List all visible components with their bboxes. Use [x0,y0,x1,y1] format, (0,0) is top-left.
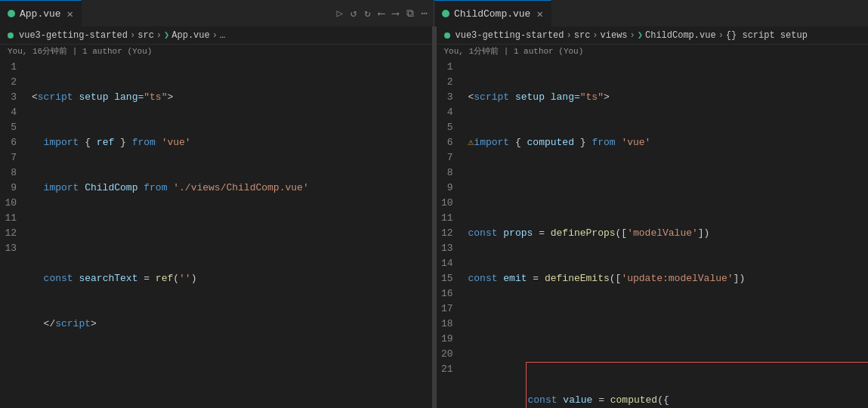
r-line-7: const value = computed({ [528,393,868,408]
left-line-numbers: 1 2 3 4 5 6 7 8 9 10 11 12 13 [0,60,29,408]
forward-icon[interactable]: ⟶ [392,7,398,20]
git-info-text-right: You, 1分钟前 | 1 author (You) [444,47,584,56]
left-code-lines: <script setup lang="ts"> import { ref } … [29,60,432,408]
r-line-2: ⚠import { computed } from 'vue' [468,135,869,150]
bc-ellipsis: … [220,30,225,41]
right-line-numbers: 1 2 3 4 5 6 7 8 9 10 11 12 13 14 15 16 1 [437,60,465,408]
bc-r-scope: {} script setup [726,30,808,41]
r-line-3 [468,181,869,196]
right-code-area[interactable]: 1 2 3 4 5 6 7 8 9 10 11 12 13 14 15 16 1 [437,60,869,408]
tab-label-right: ChildComp.vue [454,8,530,20]
bc-r-src: src [574,30,591,41]
tab-label: App.vue [20,8,61,20]
git-info-text: You, 16分钟前 | 1 author (You) [8,47,152,56]
right-breadcrumb: vue3-getting-started › src › views › ❯ C… [437,26,869,45]
back-icon[interactable]: ⟵ [378,7,385,20]
left-git-info: You, 16分钟前 | 1 author (You) [0,45,432,60]
r-line-5: const emit = defineEmits(['update:modelV… [468,271,869,286]
r-line-1: <script setup lang="ts"> [468,90,869,105]
bc-r-root: vue3-getting-started [456,30,564,41]
tab-bar: App.vue ✕ ▷ ↺ ↻ ⟵ ⟶ ⧉ ⋯ ChildComp.vue ✕ [0,0,868,26]
line-2: import { ref } from 'vue' [32,135,432,150]
vue-icon-right [442,10,449,17]
red-box-block: const value = computed({ get() { return … [526,362,868,408]
vue-icon [8,10,15,17]
vue-dot-right [444,32,450,39]
bc-r-views: views [601,30,628,41]
r-line-4: const props = defineProps(['modelValue']… [468,226,869,241]
close-icon-right[interactable]: ✕ [536,8,542,20]
left-code-area[interactable]: 1 2 3 4 5 6 7 8 9 10 11 12 13 <script se… [0,60,432,408]
line-6: </script> [32,317,432,332]
bc-src: src [137,30,154,41]
redo-icon[interactable]: ↻ [364,7,370,20]
tab-childcomp-vue[interactable]: ChildComp.vue ✕ [434,0,551,26]
line-7 [32,362,432,377]
line-1: <script setup lang="ts"> [32,90,432,105]
bc-filename: App.vue [171,30,209,41]
right-git-info: You, 1分钟前 | 1 author (You) [437,45,869,60]
editors-container: vue3-getting-started › src › ❯ App.vue ›… [0,26,868,408]
breadcrumb-text: vue3-getting-started [19,30,128,41]
left-breadcrumb: vue3-getting-started › src › ❯ App.vue ›… [0,26,432,45]
close-icon[interactable]: ✕ [67,8,73,20]
line-5: const searchText = ref('') [32,271,432,286]
line-4 [32,226,432,241]
undo-icon[interactable]: ↺ [351,7,357,20]
left-editor: vue3-getting-started › src › ❯ App.vue ›… [0,26,433,408]
tab-app-vue[interactable]: App.vue ✕ [0,0,82,26]
bc-vue-icon2: ❯ [164,29,169,41]
r-line-6 [468,317,869,332]
split-icon[interactable]: ⧉ [406,8,414,20]
toolbar: ▷ ↺ ↻ ⟵ ⟶ ⧉ ⋯ [330,7,434,20]
bc-r-filename: ChildComp.vue [645,30,716,41]
right-code-lines: <script setup lang="ts"> ⚠import { compu… [465,60,869,408]
more-icon[interactable]: ⋯ [422,7,428,20]
bc-r-vue-icon: ❯ [638,29,643,41]
right-editor: vue3-getting-started › src › views › ❯ C… [437,26,869,408]
vue-dot-left [8,32,14,39]
run-icon[interactable]: ▷ [336,7,342,20]
line-3: import ChildComp from './views/ChildComp… [32,181,432,196]
